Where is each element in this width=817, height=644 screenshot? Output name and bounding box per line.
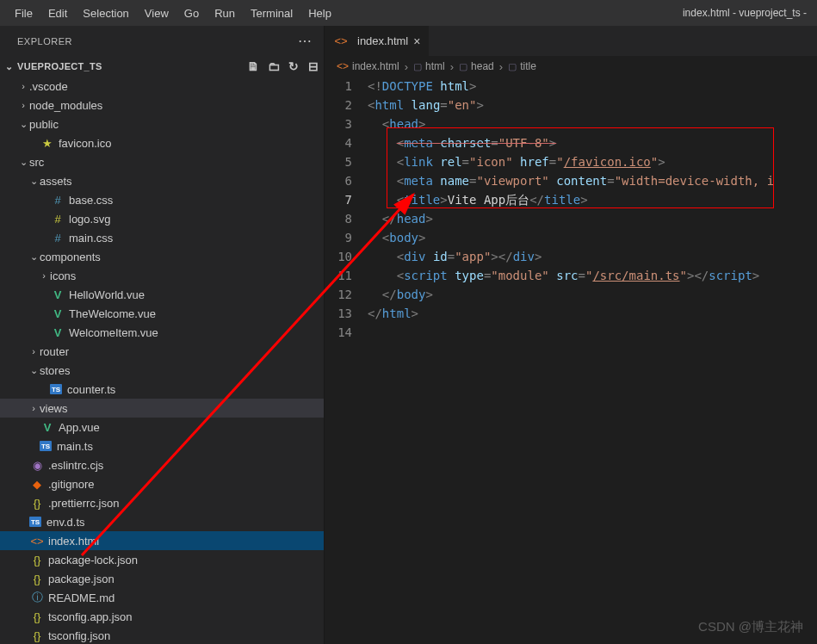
tree-label: icons — [50, 269, 76, 282]
code-line[interactable]: <title>Vite App后台</title> — [368, 190, 817, 209]
new-folder-icon[interactable]: 🗀 — [268, 59, 280, 73]
code-line[interactable]: <meta charset="UTF-8"> — [368, 133, 817, 152]
menu-view[interactable]: View — [137, 3, 176, 23]
tree-label: router — [40, 345, 69, 358]
gear-icon: ◉ — [29, 459, 45, 472]
tree-label: main.ts — [57, 440, 93, 453]
json-icon: {} — [29, 497, 45, 510]
code-line[interactable]: <html lang="en"> — [368, 96, 817, 115]
tree-label: tsconfig.app.json — [48, 610, 133, 623]
folder-assets[interactable]: ⌄assets — [0, 171, 324, 190]
file-package-lock-json[interactable]: {}package-lock.json — [0, 550, 324, 569]
code-line[interactable]: <div id="app"></div> — [368, 247, 817, 266]
project-header[interactable]: ⌄ VUEPROJECT_TS 🗎 🗀 ↻ ⊟ — [0, 56, 324, 77]
explorer-title: EXPLORER — [17, 36, 72, 46]
file-README-md[interactable]: ⓘREADME.md — [0, 588, 324, 607]
code-line[interactable]: </body> — [368, 285, 817, 304]
file-TheWelcome-vue[interactable]: VTheWelcome.vue — [0, 304, 324, 323]
tree-label: components — [40, 251, 101, 263]
refresh-icon[interactable]: ↻ — [288, 59, 299, 73]
tree-label: logo.svg — [69, 213, 110, 226]
folder-stores[interactable]: ⌄stores — [0, 361, 324, 380]
tree-label: index.html — [48, 535, 99, 548]
folder-icons[interactable]: ›icons — [0, 266, 324, 285]
file--eslintrc-cjs[interactable]: ◉.eslintrc.cjs — [0, 455, 324, 474]
collapse-icon[interactable]: ⊟ — [308, 59, 319, 73]
menu-terminal[interactable]: Terminal — [243, 3, 300, 23]
tree-label: README.md — [48, 591, 115, 604]
file-main-css[interactable]: #main.css — [0, 228, 324, 247]
chevron-right-icon: › — [38, 270, 50, 281]
code-line[interactable]: <script type="module" src="/src/main.ts"… — [368, 266, 817, 285]
code-editor[interactable]: 1234567891011121314 <!DOCTYPE html><html… — [325, 77, 817, 644]
menu-go[interactable]: Go — [176, 3, 207, 23]
code-line[interactable]: <link rel="icon" href="/favicon.ico"> — [368, 152, 817, 171]
tree-label: App.vue — [59, 421, 100, 434]
chevron-down-icon: ⌄ — [28, 365, 40, 376]
menu-file[interactable]: File — [7, 3, 40, 23]
file-index-html[interactable]: <>index.html — [0, 531, 324, 550]
menu-selection[interactable]: Selection — [75, 3, 136, 23]
file-base-css[interactable]: #base.css — [0, 190, 324, 209]
css-icon: # — [50, 194, 65, 207]
struct-icon: ▢ — [413, 61, 422, 72]
explorer-sidebar: EXPLORER ⋯ ⌄ VUEPROJECT_TS 🗎 🗀 ↻ ⊟ ›.vsc… — [0, 26, 325, 644]
file-counter-ts[interactable]: TScounter.ts — [0, 380, 324, 399]
json-icon: {} — [29, 573, 45, 585]
code-line[interactable] — [368, 323, 817, 342]
file-WelcomeItem-vue[interactable]: VWelcomeItem.vue — [0, 323, 324, 342]
code-line[interactable]: <!DOCTYPE html> — [368, 77, 817, 96]
code-line[interactable]: </head> — [368, 209, 817, 228]
file-HelloWorld-vue[interactable]: VHelloWorld.vue — [0, 285, 324, 304]
folder-views[interactable]: ›views — [0, 399, 324, 418]
breadcrumb-item[interactable]: html — [425, 60, 445, 72]
tree-label: stores — [40, 364, 70, 377]
menu-help[interactable]: Help — [300, 3, 339, 23]
explorer-more-icon[interactable]: ⋯ — [298, 33, 313, 49]
breadcrumb-item[interactable]: head — [471, 60, 494, 72]
folder-public[interactable]: ⌄public — [0, 115, 324, 133]
file-favicon-ico[interactable]: ★favicon.ico — [0, 133, 324, 152]
tree-label: main.css — [69, 232, 113, 245]
menu-run[interactable]: Run — [207, 3, 243, 23]
new-file-icon[interactable]: 🗎 — [247, 59, 259, 73]
breadcrumb-item[interactable]: title — [520, 60, 536, 72]
tab-index-html[interactable]: <> index.html × — [325, 26, 430, 56]
menubar: FileEditSelectionViewGoRunTerminalHelp i… — [0, 0, 817, 26]
menu-edit[interactable]: Edit — [40, 3, 75, 23]
editor-area: <> index.html × <> index.html›▢ html›▢ h… — [325, 26, 817, 644]
tree-label: node_modules — [29, 99, 102, 112]
tab-label: index.html — [357, 34, 408, 47]
git-icon: ◆ — [29, 478, 45, 491]
file-tsconfig-app-json[interactable]: {}tsconfig.app.json — [0, 607, 324, 626]
file-tsconfig-json[interactable]: {}tsconfig.json — [0, 626, 324, 644]
folder-node_modules[interactable]: ›node_modules — [0, 96, 324, 115]
folder--vscode[interactable]: ›.vscode — [0, 77, 324, 96]
breadcrumb-item[interactable]: index.html — [352, 60, 399, 72]
line-gutter: 1234567891011121314 — [325, 77, 368, 644]
close-icon[interactable]: × — [413, 34, 420, 48]
chevron-right-icon: › — [28, 346, 40, 356]
code-body[interactable]: <!DOCTYPE html><html lang="en"> <head> <… — [368, 77, 817, 644]
struct-icon: ▢ — [508, 61, 517, 72]
code-line[interactable]: </html> — [368, 304, 817, 323]
tree-label: package.json — [48, 573, 115, 585]
folder-src[interactable]: ⌄src — [0, 152, 324, 171]
file--gitignore[interactable]: ◆.gitignore — [0, 474, 324, 493]
chevron-right-icon: › — [17, 100, 29, 110]
breadcrumb[interactable]: <> index.html›▢ html›▢ head›▢ title — [325, 56, 817, 77]
file-package-json[interactable]: {}package.json — [0, 569, 324, 588]
file-App-vue[interactable]: VApp.vue — [0, 418, 324, 437]
file-env-d-ts[interactable]: TSenv.d.ts — [0, 512, 324, 531]
file-logo-svg[interactable]: #logo.svg — [0, 209, 324, 228]
code-line[interactable]: <meta name="viewport" content="width=dev… — [368, 171, 817, 190]
vue-icon: V — [50, 288, 65, 301]
file--prettierrc-json[interactable]: {}.prettierrc.json — [0, 493, 324, 512]
json-icon: {} — [29, 610, 45, 623]
code-line[interactable]: <head> — [368, 115, 817, 133]
tree-label: .gitignore — [48, 478, 94, 491]
code-line[interactable]: <body> — [368, 228, 817, 247]
folder-router[interactable]: ›router — [0, 342, 324, 361]
folder-components[interactable]: ⌄components — [0, 247, 324, 266]
file-main-ts[interactable]: TSmain.ts — [0, 437, 324, 455]
